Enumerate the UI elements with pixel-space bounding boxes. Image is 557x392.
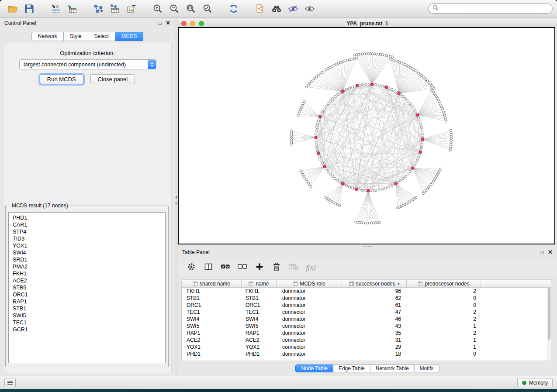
sort-descending-icon: ▾ — [398, 282, 400, 286]
import-table-icon — [67, 4, 77, 14]
table-cell: PHD1 — [182, 351, 242, 358]
table-cell: SWI4 — [182, 316, 242, 323]
network-table-button[interactable] — [107, 2, 123, 16]
panel-splitter[interactable] — [175, 17, 178, 376]
tab-network-table[interactable]: Network Table — [370, 364, 415, 372]
table-row[interactable]: SWI4SWI4dominator462 — [182, 316, 547, 323]
result-item[interactable]: GCR1 — [13, 326, 164, 333]
network-graph[interactable] — [179, 28, 554, 244]
select-all-rows-button[interactable] — [219, 261, 232, 274]
network-window-titlebar[interactable]: YPA_prune.txt_1 — [178, 19, 557, 28]
result-item[interactable]: STB5 — [13, 284, 164, 291]
search-input[interactable] — [441, 6, 548, 12]
tab-network[interactable]: Network — [31, 32, 64, 41]
find-button[interactable] — [268, 2, 285, 16]
run-mcds-button[interactable]: Run MCDS — [40, 74, 83, 84]
table-cell: connector — [277, 337, 342, 344]
import-table-button[interactable] — [64, 2, 80, 16]
apply-function-button[interactable]: f(x) — [304, 261, 317, 274]
zoom-out-button[interactable] — [166, 2, 183, 16]
export-image-button[interactable] — [123, 2, 140, 16]
result-item[interactable]: TID3 — [13, 235, 164, 242]
table-row[interactable]: SWI5SWI5connector431 — [182, 323, 547, 330]
column-header-mcds-role[interactable]: MCDS role — [277, 280, 342, 288]
tab-style[interactable]: Style — [64, 32, 88, 41]
tab-edge-table[interactable]: Edge Table — [333, 364, 370, 372]
result-item[interactable]: RAP1 — [13, 298, 164, 305]
table-tabs: Node Table Edge Table Network Table Moti… — [178, 364, 557, 372]
tab-mcds[interactable]: MCDS — [115, 32, 143, 41]
result-item[interactable]: SWI5 — [13, 312, 164, 319]
result-item[interactable]: ACE2 — [13, 277, 164, 284]
result-item[interactable]: STB1 — [13, 305, 164, 312]
result-item[interactable]: FKH1 — [13, 270, 164, 277]
close-table-panel-button[interactable]: ✕ — [548, 250, 553, 255]
import-network-button[interactable] — [47, 2, 64, 16]
result-item[interactable]: PHD1 — [13, 214, 164, 221]
show-graphics-button[interactable] — [301, 2, 318, 16]
open-file-button[interactable] — [4, 2, 21, 16]
table-scrollbar[interactable] — [547, 288, 551, 361]
table-row[interactable]: ACE2ACE2connector311 — [182, 337, 547, 344]
table-row[interactable]: FKH1FKH1dominator962 — [182, 288, 547, 295]
table-row[interactable]: YOX1YOX1connector291 — [182, 344, 547, 351]
copy-network-button[interactable] — [252, 2, 268, 16]
result-item[interactable]: ORC1 — [13, 291, 164, 298]
network-canvas[interactable] — [178, 27, 555, 244]
mcds-result-list[interactable]: PHD1CAR1STP4TID3YOX1SWI4SRD1PMA2FKH1ACE2… — [8, 212, 166, 363]
table-settings-button[interactable] — [185, 261, 197, 274]
show-columns-button[interactable] — [202, 261, 214, 274]
float-panel-button[interactable]: □ — [159, 21, 162, 26]
tab-motifs[interactable]: Motifs — [415, 364, 439, 372]
column-header-shared-name[interactable]: shared name — [182, 280, 242, 288]
criterion-dropdown[interactable]: largest connected component (undirected) — [19, 59, 156, 69]
table-row[interactable]: STB1STB1dominator620 — [182, 295, 547, 302]
zoom-fit-button[interactable] — [183, 2, 199, 16]
zoom-selected-button[interactable] — [199, 2, 216, 16]
close-window-button[interactable] — [181, 21, 187, 26]
result-item[interactable]: PMA2 — [13, 263, 164, 270]
result-item[interactable]: TEC1 — [13, 319, 164, 326]
table-cell: ORC1 — [242, 302, 277, 309]
tab-node-table[interactable]: Node Table — [295, 364, 333, 372]
maximize-window-button[interactable] — [199, 21, 204, 26]
add-column-button[interactable] — [253, 261, 266, 274]
table-cell: dominator — [277, 288, 342, 295]
table-cell: 0 — [407, 295, 481, 302]
new-network-button[interactable] — [90, 2, 107, 16]
table-header-row: shared name name MCDS role successor nod… — [182, 280, 551, 288]
vizmap-button[interactable] — [285, 2, 301, 16]
table-cell — [481, 330, 547, 337]
column-header-predecessor-nodes[interactable]: predecessor nodes — [407, 280, 481, 288]
deselect-all-rows-button[interactable] — [236, 261, 249, 274]
result-item[interactable]: YOX1 — [13, 242, 164, 249]
table-row[interactable]: RAP1RAP1dominator352 — [182, 330, 547, 337]
result-item[interactable]: SWI4 — [13, 249, 164, 256]
scrollbar-thumb[interactable] — [548, 288, 550, 340]
memory-button[interactable]: Memory — [517, 378, 553, 387]
table-row[interactable]: ORC1ORC1dominator610 — [182, 302, 547, 309]
delete-column-button[interactable] — [270, 261, 283, 274]
column-header-successor-nodes[interactable]: successor nodes ▾ — [342, 280, 407, 288]
result-item[interactable]: SRD1 — [13, 256, 164, 263]
save-button[interactable] — [21, 2, 38, 16]
table-panel: Table Panel □ ✕ — [178, 247, 557, 376]
tab-select[interactable]: Select — [88, 32, 115, 41]
table-cell: 0 — [407, 351, 481, 358]
search-box[interactable] — [428, 3, 553, 14]
result-item[interactable]: STP4 — [13, 228, 164, 235]
close-panel-action-button[interactable]: Close panel — [90, 74, 135, 84]
table-row[interactable]: PHD1PHD1dominator180 — [182, 351, 547, 358]
column-header-name[interactable]: name — [242, 280, 277, 288]
close-panel-button[interactable]: ✕ — [166, 21, 170, 26]
document-share-icon — [255, 3, 265, 14]
delete-table-button[interactable] — [287, 261, 300, 274]
result-item[interactable]: CAR1 — [13, 221, 164, 228]
status-menu-button[interactable] — [4, 378, 16, 387]
zoom-in-button[interactable] — [149, 2, 166, 16]
minimize-window-button[interactable] — [190, 21, 195, 26]
refresh-button[interactable] — [225, 2, 242, 16]
table-row[interactable]: TEC1TEC1connector472 — [182, 309, 547, 316]
table-cell: 2 — [407, 330, 481, 337]
float-table-panel-button[interactable]: □ — [541, 250, 544, 255]
